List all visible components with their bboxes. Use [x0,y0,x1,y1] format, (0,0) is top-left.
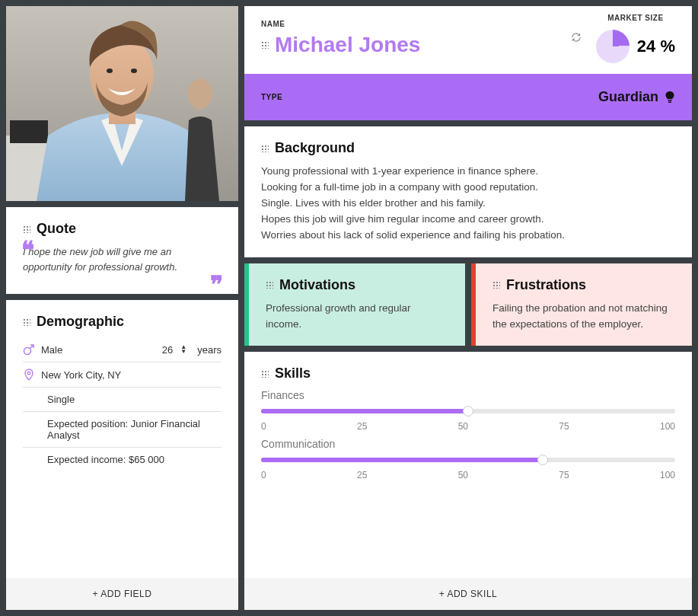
skill-slider[interactable] [261,458,675,462]
svg-rect-12 [668,101,671,103]
quote-title-text: Quote [37,221,76,237]
slider-ticks: 0255075100 [261,421,675,432]
frustrations-title-text: Frustrations [506,277,586,293]
svg-point-6 [131,69,137,73]
persona-name[interactable]: Michael Jones [275,33,420,57]
motivations-title-text: Motivations [279,277,355,293]
svg-point-10 [27,372,30,375]
slider-thumb[interactable] [537,455,548,465]
demographic-card: Demographic Male 26 ▲▼ years New York Ci… [6,300,238,610]
demographic-position-row[interactable]: Expected position: Junior Financial Anal… [23,412,222,448]
skills-card: Skills Finances0255075100Communication02… [244,352,692,610]
sync-icon[interactable] [570,31,582,46]
skills-title-text: Skills [275,365,311,381]
header-card: NAME Michael Jones MARKET SIZE 24 % [244,6,692,120]
age-unit: years [197,344,222,356]
slider-ticks: 0255075100 [261,470,675,480]
skill-slider[interactable] [261,409,675,413]
add-field-button[interactable]: + ADD FIELD [6,578,238,610]
market-size-pie-icon [596,30,629,63]
frustrations-card: Frustrations Failing the probation and n… [471,263,692,346]
demographic-gender-row[interactable]: Male 26 ▲▼ years [23,337,222,362]
svg-rect-11 [668,100,672,101]
svg-point-5 [107,69,113,73]
frustrations-text[interactable]: Failing the probation and not matching t… [492,301,675,333]
drag-handle-icon[interactable] [261,370,269,378]
drag-handle-icon[interactable] [492,281,500,289]
quote-card: Quote ❝ I hope the new job will give me … [6,207,238,294]
drag-handle-icon[interactable] [23,318,30,326]
background-title: Background [261,140,675,156]
position-value[interactable]: Expected position: Junior Financial Anal… [47,418,222,441]
lightbulb-icon [665,91,675,104]
demographic-marital-row[interactable]: Single [23,388,222,412]
demographic-income-row[interactable]: Expected income: $65 000 [23,448,222,471]
location-value[interactable]: New York City, NY [41,369,121,381]
svg-point-8 [24,348,31,355]
skill-name[interactable]: Finances [261,389,675,401]
drag-handle-icon[interactable] [266,281,273,289]
type-label: TYPE [261,93,282,101]
quote-title: Quote [23,221,222,237]
market-size-value[interactable]: 24 % [637,37,675,56]
persona-photo[interactable] [6,6,238,201]
marital-value[interactable]: Single [47,394,75,405]
motivations-card: Motivations Professional growth and regu… [244,263,465,346]
male-icon [23,343,35,356]
skills-title: Skills [261,365,675,381]
svg-point-7 [188,78,212,109]
gender-value[interactable]: Male [41,344,138,356]
age-input[interactable]: 26 [144,344,173,356]
frustrations-title: Frustrations [492,277,675,293]
type-value[interactable]: Guardian [598,89,658,105]
drag-handle-icon[interactable] [261,145,269,152]
quote-text[interactable]: I hope the new job will give me an oppor… [23,244,222,274]
background-text[interactable]: Young professional with 1-year experienc… [261,164,675,244]
demographic-title: Demographic [23,314,222,330]
market-size-label: MARKET SIZE [607,14,663,22]
skill-row: Finances0255075100 [261,389,675,432]
type-bar[interactable]: TYPE Guardian [244,74,692,120]
background-title-text: Background [275,140,355,156]
slider-thumb[interactable] [463,406,473,417]
skill-name[interactable]: Communication [261,438,675,450]
svg-rect-2 [10,120,48,143]
add-skill-button[interactable]: + ADD SKILL [244,578,692,610]
location-icon [23,369,35,381]
name-label: NAME [261,20,556,28]
skill-row: Communication0255075100 [261,438,675,480]
demographic-location-row[interactable]: New York City, NY [23,362,222,388]
background-card: Background Young professional with 1-yea… [244,126,692,257]
drag-handle-icon[interactable] [261,41,269,49]
motivations-text[interactable]: Professional growth and regular income. [266,301,448,333]
demographic-title-text: Demographic [37,314,124,330]
motivations-title: Motivations [266,277,448,293]
income-value[interactable]: Expected income: $65 000 [47,454,164,465]
drag-handle-icon[interactable] [23,225,30,233]
age-stepper[interactable]: ▲▼ [180,345,186,354]
